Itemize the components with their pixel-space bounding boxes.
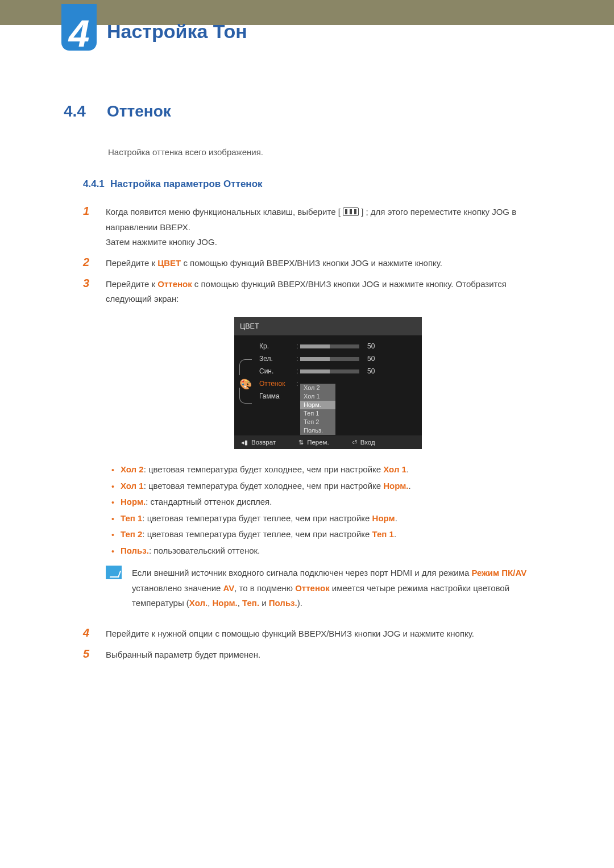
step-1: 1 Когда появится меню функциональных кла…	[83, 205, 550, 250]
osd-label: Гамма	[259, 391, 294, 402]
keyword: Норм.	[383, 481, 408, 491]
keyword: Теп 2	[121, 529, 142, 539]
osd-title: ЦВЕТ	[234, 317, 422, 335]
section-intro: Настройка оттенка всего изображения.	[108, 146, 550, 159]
keyword: Польз.	[269, 598, 297, 608]
separator: :	[294, 378, 300, 390]
step-2: 2 Перейдите к ЦВЕТ с помощью функций ВВЕ…	[83, 256, 550, 271]
osd-dropdown-list: Хол 2 Хол 1 Норм. Теп 1 Теп 2 Польз.	[300, 384, 335, 435]
osd-option: Хол 2	[300, 384, 335, 392]
page-body: 4.4 Оттенок Настройка оттенка всего изоб…	[0, 63, 614, 691]
keyword: Хол 1	[121, 481, 144, 491]
step-text: Перейдите к	[106, 279, 157, 289]
bullet-item: Хол 2: цветовая температура будет холодн…	[106, 462, 550, 478]
bullet-text: .	[409, 481, 411, 491]
osd-screenshot: ЦВЕТ 🎨 Кр. : 50	[234, 317, 422, 449]
step-text: Затем нажмите кнопку JOG.	[106, 237, 217, 247]
keyword: Норм.	[121, 497, 146, 506]
osd-slider	[300, 369, 359, 373]
step-text: с помощью функций ВВЕРХ/ВНИЗ кнопки JOG …	[181, 258, 442, 268]
steps-list: 1 Когда появится меню функциональных кла…	[83, 205, 550, 663]
bullet-item: Норм.: стандартный оттенок дисплея.	[106, 494, 550, 510]
osd-option: Хол 1	[300, 392, 335, 401]
osd-footer-move: ⇅Перем.	[298, 437, 329, 448]
decorative-line	[239, 388, 252, 404]
keyword: Теп 1	[372, 529, 394, 539]
osd-label: Син.	[259, 366, 294, 377]
bullet-item: Хол 1: цветовая температура будет холодн…	[106, 478, 550, 495]
keyword: Польз.	[121, 546, 149, 555]
note-text: установлено значение	[132, 583, 223, 593]
subsection-heading: 4.4.1 Настройка параметров Оттенок	[83, 178, 550, 190]
note-text: , то в подменю	[234, 583, 295, 593]
osd-row-gamma: Гамма	[259, 390, 416, 402]
osd-slider	[300, 357, 359, 361]
osd-slider	[300, 344, 359, 348]
note-body: Если внешний источник входного сигнала п…	[132, 566, 550, 610]
keyword: Норм.	[212, 598, 237, 608]
step-body: Перейдите к ЦВЕТ с помощью функций ВВЕРХ…	[106, 256, 550, 271]
step-text: Когда появится меню функциональных клави…	[106, 207, 341, 217]
chapter-badge: 4	[61, 4, 97, 59]
step-number: 3	[83, 277, 93, 621]
keyword: Теп 1	[121, 513, 142, 523]
chapter-number: 4	[61, 12, 97, 55]
subsection-title: Настройка параметров Оттенок	[110, 178, 263, 189]
osd-footer-label: Перем.	[307, 437, 329, 448]
chapter-header: 4 Настройка Тон	[0, 0, 614, 63]
note-text: ).	[297, 598, 302, 608]
enter-icon: ⏎	[352, 437, 357, 448]
osd-option: Теп 1	[300, 409, 335, 418]
osd-row-red: Кр. : 50	[259, 340, 416, 352]
separator: :	[294, 340, 300, 352]
osd-footer-back: ◂▮Возврат	[241, 437, 276, 448]
osd-label: Кр.	[259, 340, 294, 352]
section-heading: 4.4 Оттенок	[64, 102, 550, 121]
note-icon	[106, 566, 122, 579]
osd-value: 50	[367, 340, 375, 352]
osd-option: Польз.	[300, 426, 335, 435]
keyword: Хол 2	[121, 464, 144, 474]
osd-menu: Кр. : 50 Зел. : 50	[257, 335, 422, 435]
bullet-text: .	[395, 513, 397, 523]
keyword: Теп.	[242, 598, 259, 608]
keyword: Оттенок	[157, 279, 192, 289]
separator: :	[294, 353, 300, 365]
step-body: Перейдите к Оттенок с помощью функций ВВ…	[106, 277, 550, 621]
note-text: ,	[238, 598, 242, 608]
keyword: ЦВЕТ	[157, 258, 181, 268]
keyword: Оттенок	[295, 583, 329, 593]
bullet-item: Теп 2: цветовая температура будет теплее…	[106, 526, 550, 543]
osd-value: 50	[367, 366, 375, 377]
step-body: Когда появится меню функциональных клави…	[106, 205, 550, 250]
osd-option-selected: Норм.	[300, 401, 335, 409]
keyword: Режим ПК/AV	[471, 568, 526, 578]
keyword: AV	[223, 583, 235, 593]
step-4: 4 Перейдите к нужной опции с помощью фун…	[83, 626, 550, 642]
keyword: Хол 1	[383, 464, 406, 474]
osd-row-tone: Оттенок : Хол 2 Хол 1 Норм. Теп 1 Теп 2	[259, 377, 416, 390]
bullet-text: : пользовательский оттенок.	[149, 546, 260, 555]
osd-row-green: Зел. : 50	[259, 352, 416, 365]
osd-label: Зел.	[259, 353, 294, 365]
bullet-text: .	[394, 529, 396, 539]
back-icon: ◂▮	[241, 437, 248, 448]
step-number: 1	[83, 205, 93, 250]
osd-row-blue: Син. : 50	[259, 365, 416, 377]
osd-icon-column: 🎨	[234, 335, 257, 435]
decorative-line	[239, 359, 252, 375]
palette-icon: 🎨	[239, 375, 252, 388]
section-number: 4.4	[64, 102, 97, 121]
step-number: 4	[83, 626, 93, 642]
note-block: Если внешний источник входного сигнала п…	[106, 566, 550, 610]
subsection-number: 4.4.1	[83, 178, 105, 189]
osd-value: 50	[367, 353, 375, 365]
osd-option: Теп 2	[300, 418, 335, 426]
step-body: Выбранный параметр будет применен.	[106, 647, 550, 663]
osd-label-active: Оттенок	[259, 378, 294, 390]
note-text: Если внешний источник входного сигнала п…	[132, 568, 471, 578]
osd-body: 🎨 Кр. : 50 Зел.	[234, 335, 422, 435]
bullet-text: : цветовая температура будет холоднее, ч…	[144, 464, 384, 474]
bullet-text: : стандартный оттенок дисплея.	[146, 497, 272, 506]
keyword: Норм	[372, 513, 395, 523]
